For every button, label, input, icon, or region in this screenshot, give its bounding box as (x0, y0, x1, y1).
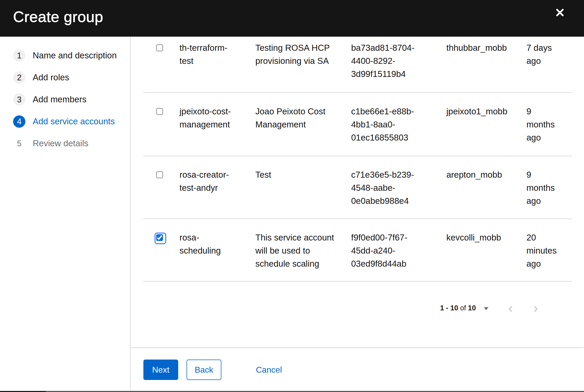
cancel-button[interactable]: Cancel (256, 360, 282, 380)
angle-right-icon (534, 306, 538, 312)
row-checkbox[interactable] (156, 171, 163, 178)
row-select-cell (143, 156, 179, 178)
row-checkbox[interactable] (156, 108, 163, 115)
row-select-cell (143, 37, 179, 51)
table-row: th-terraform-test Testing ROSA HCP provi… (143, 37, 572, 93)
wizard-nav: 1 Name and description 2 Add roles 3 Add… (0, 37, 131, 391)
cell-description: Testing ROSA HCP provisioning via SA (255, 37, 351, 68)
step-number-badge: 1 (13, 49, 25, 62)
create-group-modal: Create group 1 Name and description 2 Ad… (0, 0, 584, 391)
cell-owner: jpeixoto1_mobb (446, 93, 526, 118)
row-checkbox[interactable] (156, 44, 163, 51)
pagination-total: 10 (468, 304, 476, 312)
cell-time-created: 9 months ago (526, 93, 572, 144)
close-icon (555, 8, 564, 17)
wizard-step-add-members[interactable]: 3 Add members (0, 88, 130, 110)
wizard-body: th-terraform-test Testing ROSA HCP provi… (131, 37, 584, 348)
step-number-badge: 4 (13, 115, 25, 128)
pagination-range-label: 1 - 10 of 10 (440, 304, 476, 312)
caret-down-icon (484, 307, 488, 311)
next-button[interactable]: Next (143, 360, 178, 380)
cell-time-created: 20 minutes ago (526, 219, 572, 270)
step-label: Add roles (33, 72, 69, 82)
background-page-edge (0, 391, 584, 392)
step-label: Name and description (33, 51, 117, 60)
cell-owner: arepton_mobb (446, 156, 526, 181)
table-row: rosa-scheduling This service account wil… (143, 219, 572, 282)
row-select-cell (143, 219, 179, 241)
cell-time-created: 7 days ago (526, 37, 572, 68)
back-button[interactable]: Back (187, 360, 221, 380)
step-label: Add service accounts (33, 116, 115, 126)
wizard-footer: Next Back Cancel (131, 348, 584, 391)
step-number-badge: 2 (13, 71, 25, 84)
close-button[interactable] (553, 6, 567, 20)
wizard-steps: 1 Name and description 2 Add roles 3 Add… (0, 37, 130, 154)
wizard-step-add-service-accounts[interactable]: 4 Add service accounts (0, 110, 130, 132)
table-row: jpeixoto-cost-management Joao Peixoto Co… (143, 93, 572, 156)
check-icon (157, 235, 162, 240)
row-select-cell (143, 93, 179, 115)
cell-description: Test (255, 156, 351, 181)
cell-name: jpeixoto-cost-management (179, 93, 255, 131)
cell-name: th-terraform-test (179, 37, 255, 68)
service-accounts-table: th-terraform-test Testing ROSA HCP provi… (143, 37, 572, 282)
cell-description: This service account will be used to sch… (255, 219, 351, 270)
wizard-step-name-and-description[interactable]: 1 Name and description (0, 44, 130, 66)
step-label: Review details (33, 138, 88, 148)
cell-client-id: ba73ad81-8704-4400-8292-3d99f15119b4 (351, 37, 446, 81)
background-nav-edge (0, 391, 46, 392)
table-row: rosa-creator-test-andyr Test c71e36e5-b2… (143, 156, 572, 219)
cell-client-id: c1be66e1-e88b-4bb1-8aa0-01ec16855803 (351, 93, 446, 144)
cell-name: rosa-scheduling (179, 219, 255, 257)
cell-client-id: f9f0ed00-7f67-45dd-a240-03ed9f8d44ab (351, 219, 446, 270)
cell-client-id: c71e36e5-b239-4548-aabe-0e0abeb988e4 (351, 156, 446, 208)
pagination-next-button[interactable] (530, 302, 542, 317)
wizard-step-add-roles[interactable]: 2 Add roles (0, 66, 130, 88)
pagination-menu-toggle[interactable] (483, 304, 497, 315)
pagination-prev-button[interactable] (504, 302, 517, 317)
wizard-header: Create group (0, 0, 584, 37)
pagination-range: 1 - 10 (440, 304, 458, 312)
cell-description: Joao Peixoto Cost Management (255, 93, 351, 131)
background-content-edge (46, 391, 584, 392)
wizard-title: Create group (13, 9, 103, 25)
step-number-badge: 3 (13, 93, 25, 106)
cell-owner: thhubbar_mobb (446, 37, 526, 54)
row-checkbox[interactable] (156, 234, 163, 241)
pagination-of-word: of (460, 304, 466, 312)
cell-time-created: 9 months ago (526, 156, 572, 208)
step-number-badge: 5 (13, 137, 25, 150)
step-label: Add members (33, 94, 86, 104)
cell-name: rosa-creator-test-andyr (179, 156, 255, 194)
angle-left-icon (508, 306, 513, 312)
wizard-step-review-details[interactable]: 5 Review details (0, 132, 130, 154)
cell-owner: kevcolli_mobb (446, 219, 526, 244)
